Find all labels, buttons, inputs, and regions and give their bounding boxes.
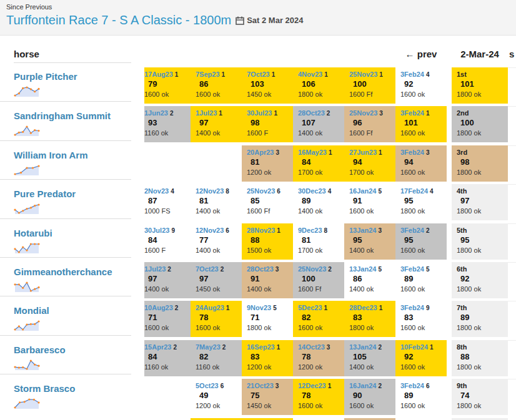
run-cell[interactable]: 1Jul232971400 ok: [139, 262, 191, 298]
run-cell[interactable]: 25Nov2311001600 Ff: [344, 67, 395, 104]
run-header: 7May232: [196, 343, 242, 351]
run-cell[interactable]: 3Feb249831600 ok: [395, 301, 447, 337]
run-cell[interactable]: 15Apr232841160 ok: [139, 340, 191, 376]
horse-name[interactable]: Mondial: [14, 305, 49, 316]
run-date: 3Feb24: [400, 265, 424, 273]
race-day-cell[interactable]: 1st1011800 ok: [452, 67, 508, 104]
run-cell[interactable]: 5Oct236491200 ok: [191, 379, 242, 415]
run-distance: 1600 ok: [144, 324, 191, 331]
run-cell[interactable]: 1Jul231971400 ok: [191, 106, 242, 142]
run-cell[interactable]: 2Nov234871000 FS: [139, 184, 191, 220]
horse-name[interactable]: Sandringham Summit: [14, 110, 111, 121]
run-cell[interactable]: 16Jan245911600 ok: [344, 184, 395, 220]
run-cell[interactable]: 7Sep231861600 ok: [191, 67, 242, 104]
horse-column-header: horse: [14, 49, 39, 59]
run-cell[interactable]: 16Jan242901600 ok: [344, 379, 395, 415]
sparkline-chart: [14, 280, 41, 294]
run-cell[interactable]: 9Dec238811700 ok: [293, 223, 344, 260]
race-day-distance: 1800 ok: [457, 207, 508, 215]
run-cell[interactable]: 17Aug231791600 ok: [139, 67, 191, 104]
run-header: 25Nov231: [349, 71, 395, 79]
horse-name[interactable]: Storm Brasco: [14, 383, 75, 394]
horse-name[interactable]: Purple Pitcher: [14, 71, 77, 82]
run-cell[interactable]: 10Feb241921600 ok: [395, 340, 447, 376]
run-cell[interactable]: 10Aug232711600 ok: [139, 301, 191, 337]
run-cell[interactable]: 3Feb243941600 ok: [395, 145, 447, 182]
run-cell[interactable]: 25Nov236851600 Ff: [242, 184, 293, 220]
run-cell[interactable]: 27Jun231941700 ok: [344, 145, 395, 182]
run-cell[interactable]: 20Apr233811200 ok: [242, 145, 293, 182]
run-cell[interactable]: 13Jan243951400 ok: [344, 223, 395, 260]
run-cell[interactable]: 12Dec231781600 ok: [293, 379, 344, 415]
race-day-result: 9th: [457, 382, 508, 390]
race-day-cell[interactable]: 3rd981800 ok: [452, 145, 508, 182]
race-day-cell[interactable]: 8th881800 ok: [452, 340, 508, 376]
run-cell[interactable]: 7Oct232971450 ok: [191, 262, 242, 298]
run-distance: 1400 ok: [196, 247, 242, 254]
run-cell[interactable]: 25Nov233961600 Ff: [344, 106, 395, 142]
run-rating: 101: [400, 119, 447, 127]
race-day-cell[interactable]: 2nd1001800 ok: [452, 106, 508, 142]
run-date: 14Oct23: [298, 343, 325, 351]
run-cell[interactable]: 17Feb244951800 ok: [395, 184, 447, 220]
run-rating: 84: [144, 236, 191, 245]
run-cell[interactable]: 3Feb244921600 ok: [395, 67, 447, 104]
run-cell[interactable]: 16May231841700 ok: [293, 145, 344, 182]
horse-row: Hotarubi: [0, 218, 131, 258]
run-cell[interactable]: 14Oct233781200 ok: [293, 340, 344, 376]
race-day-cell[interactable]: 9th741800 ok: [452, 379, 508, 415]
run-cell[interactable]: 28Oct2321071400 ok: [293, 106, 344, 142]
run-cell[interactable]: 12Nov238811400 ok: [191, 184, 242, 220]
run-header: 13Jan245: [349, 265, 395, 273]
run-distance: 1160 ok: [196, 363, 242, 371]
run-distance: 1800 ok: [349, 324, 395, 331]
horse-row: Purple Pitcher: [0, 62, 131, 101]
race-day-cell[interactable]: 4th971800 ok: [452, 184, 508, 220]
run-header: 1Jun232: [144, 109, 191, 117]
run-cell[interactable]: 4Nov2311061800 ok: [293, 67, 344, 104]
run-cell[interactable]: 9Nov235711800 ok: [242, 301, 293, 337]
run-cell[interactable]: 30Jul239841600 F: [139, 223, 191, 260]
horse-name[interactable]: Gimmeanotherchance: [14, 266, 112, 277]
run-date: 27Jun23: [349, 149, 377, 156]
run-rating: 97: [196, 275, 242, 283]
run-cell[interactable]: 1Jun232931160 ok: [139, 106, 191, 142]
run-cell[interactable]: 3Feb2411011600 ok: [395, 106, 447, 142]
run-cell[interactable]: 13Jan245861400 ok: [344, 262, 395, 298]
run-cell[interactable]: 3Feb242951600 ok: [395, 223, 447, 260]
run-rating: 89: [400, 391, 447, 400]
run-cell[interactable]: 25Nov2321001600 Ff: [293, 262, 344, 298]
run-header: 28Nov231: [247, 227, 293, 235]
run-position: 1: [379, 149, 382, 156]
run-cell[interactable]: 30Dec234891400 ok: [293, 184, 344, 220]
run-position: 4: [426, 71, 430, 78]
run-rating: 83: [400, 313, 447, 322]
run-cell[interactable]: 30Jul231981600 F: [242, 106, 293, 142]
horse-name[interactable]: Barbaresco: [14, 344, 66, 355]
horse-name[interactable]: Pure Predator: [14, 188, 76, 199]
run-cell[interactable]: 13Jan2421051400 ok: [344, 340, 395, 376]
race-day-result: 2nd: [457, 109, 508, 117]
run-cell[interactable]: 24Aug231781600 ok: [191, 301, 242, 337]
run-cell[interactable]: 21Oct233751450 ok: [242, 379, 293, 415]
race-day-cell[interactable]: 5th951800 ok: [452, 223, 508, 260]
run-cell[interactable]: 7May232821160 ok: [191, 340, 242, 376]
run-rating: 88: [247, 236, 293, 245]
prev-page-button[interactable]: ← prev: [395, 49, 447, 59]
run-cell[interactable]: 3Feb246891600 ok: [395, 379, 447, 415]
run-date: 12Nov23: [196, 227, 224, 234]
run-cell[interactable]: 12Nov236771400 ok: [191, 223, 242, 260]
run-cell[interactable]: 3Feb245891600 ok: [395, 262, 447, 298]
next-column-cell: [508, 184, 516, 221]
run-cell[interactable]: 28Oct233911400 ok: [242, 262, 293, 298]
run-date: 25Nov23: [349, 71, 377, 78]
run-cell[interactable]: 16Sep231831200 ok: [242, 340, 293, 376]
horse-name[interactable]: Hotarubi: [14, 228, 52, 238]
race-day-cell[interactable]: 6th921800 ok: [452, 262, 508, 298]
run-cell[interactable]: 7Oct2311031450 ok: [242, 67, 293, 104]
run-cell[interactable]: 5Dec231821600 ok: [293, 301, 344, 337]
horse-name[interactable]: William Iron Arm: [14, 150, 88, 160]
run-cell[interactable]: 28Dec231831800 ok: [344, 301, 395, 337]
run-cell[interactable]: 28Nov231881500 ok: [242, 223, 293, 260]
race-day-cell[interactable]: 7th891800 ok: [452, 301, 508, 337]
